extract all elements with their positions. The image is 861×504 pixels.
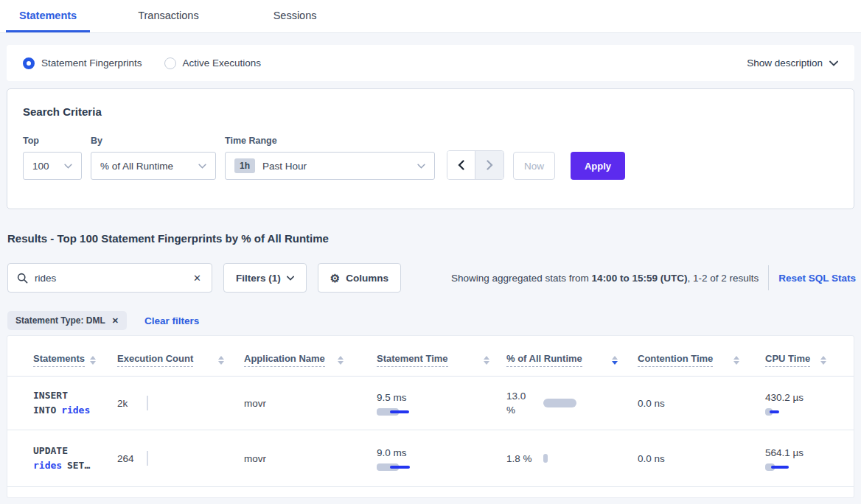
show-description-label: Show description xyxy=(747,57,823,69)
results-toolbar: ✕ Filters (1) ⚙ Columns Showing aggregat… xyxy=(7,263,856,293)
column-header-execution-count[interactable]: Execution Count xyxy=(111,353,237,367)
pct-runtime-bar xyxy=(543,399,576,407)
sort-icon-active[interactable] xyxy=(612,356,618,365)
chevron-down-icon xyxy=(829,60,838,66)
execution-count-cell: 264 xyxy=(111,451,237,466)
radio-label: Active Executions xyxy=(183,57,262,69)
time-pager xyxy=(447,150,504,180)
chevron-down-icon xyxy=(198,164,206,169)
cpu-time-cell: 564.1 µs xyxy=(759,446,829,471)
by-label: By xyxy=(91,136,216,146)
by-value: % of All Runtime xyxy=(100,161,173,172)
sql-activity-page: Statements Transactions Sessions Stateme… xyxy=(0,0,861,504)
chevron-down-icon xyxy=(287,276,294,281)
top-select[interactable]: 100 xyxy=(23,152,82,180)
radio-selected-icon xyxy=(23,57,35,69)
toolbar-right: Showing aggregated stats from 14:00 to 1… xyxy=(451,265,856,290)
contention-time-cell: 0.0 ns xyxy=(631,453,759,464)
top-value: 100 xyxy=(32,161,49,172)
radio-statement-fingerprints[interactable]: Statement Fingerprints xyxy=(23,57,142,69)
show-description-toggle[interactable]: Show description xyxy=(747,57,838,69)
column-header-contention-time[interactable]: Contention Time xyxy=(631,353,759,367)
columns-button[interactable]: ⚙ Columns xyxy=(318,263,401,293)
column-header-statement-time[interactable]: Statement Time xyxy=(370,353,500,367)
clear-filters-link[interactable]: Clear filters xyxy=(144,315,199,326)
statement-time-cell: 9.0 ms xyxy=(370,446,500,471)
time-range-label: Time Range xyxy=(225,136,435,146)
contention-time-cell: 0.0 ns xyxy=(631,398,759,409)
sort-icon[interactable] xyxy=(820,356,826,365)
search-criteria-title: Search Criteria xyxy=(23,105,838,118)
aggregated-stats-text: Showing aggregated stats from 14:00 to 1… xyxy=(451,273,759,284)
previous-interval-button[interactable] xyxy=(447,151,475,179)
column-header-pct-of-all-runtime[interactable]: % of All Runtime xyxy=(500,353,631,367)
filters-button-label: Filters (1) xyxy=(236,273,281,284)
filter-pill-statement-type[interactable]: Statement Type: DML ✕ xyxy=(7,311,127,330)
search-icon xyxy=(17,273,28,284)
now-button[interactable]: Now xyxy=(513,152,555,180)
statement-link[interactable]: rides xyxy=(33,460,62,471)
sort-icon[interactable] xyxy=(484,356,489,365)
pct-runtime-cell: 13.0 % xyxy=(500,389,631,417)
tab-transactions[interactable]: Transactions xyxy=(125,0,212,32)
radio-active-executions[interactable]: Active Executions xyxy=(164,57,262,69)
column-header-application-name[interactable]: Application Name xyxy=(237,353,370,367)
by-select[interactable]: % of All Runtime xyxy=(91,152,216,180)
time-range-select[interactable]: 1h Past Hour xyxy=(225,152,435,180)
cpu-time-bar xyxy=(765,463,802,471)
table-row: UPDATE rides SET… 264 movr 9.0 ms 1.8 % xyxy=(7,430,854,487)
columns-button-label: Columns xyxy=(346,273,388,284)
execution-count-bar xyxy=(147,451,148,466)
statement-link[interactable]: rides xyxy=(61,405,90,416)
by-field: By % of All Runtime xyxy=(82,136,216,180)
statement-cell: UPDATE rides SET… xyxy=(7,444,111,473)
search-box: ✕ xyxy=(7,263,212,293)
cpu-time-cell: 430.2 µs xyxy=(759,391,829,416)
remove-filter-icon[interactable]: ✕ xyxy=(112,316,119,326)
radio-unselected-icon xyxy=(164,57,176,69)
tab-sessions[interactable]: Sessions xyxy=(260,0,330,32)
sort-icon[interactable] xyxy=(338,356,344,365)
reset-sql-stats-link[interactable]: Reset SQL Stats xyxy=(778,273,856,284)
execution-count-cell: 2k xyxy=(111,396,237,410)
application-name-cell: movr xyxy=(237,398,370,409)
time-range-badge: 1h xyxy=(234,158,255,173)
table-header-row: Statements Execution Count Application N… xyxy=(7,336,854,377)
clear-search-icon[interactable]: ✕ xyxy=(192,273,203,284)
statement-time-bar xyxy=(377,408,421,416)
results-heading: Results - Top 100 Statement Fingerprints… xyxy=(7,232,329,245)
sort-icon[interactable] xyxy=(90,356,96,365)
statements-table: Statements Execution Count Application N… xyxy=(7,335,854,498)
divider xyxy=(768,265,769,290)
table-row: INSERT INTO rides 2k movr 9.5 ms 13.0 % xyxy=(7,377,854,430)
filters-button[interactable]: Filters (1) xyxy=(223,263,307,293)
column-header-statements[interactable]: Statements xyxy=(7,353,111,367)
statement-cell: INSERT INTO rides xyxy=(7,388,111,418)
application-name-cell: movr xyxy=(237,453,370,464)
next-interval-button[interactable] xyxy=(475,151,503,179)
radio-label: Statement Fingerprints xyxy=(41,57,142,69)
top-field: Top 100 xyxy=(23,136,82,180)
apply-button[interactable]: Apply xyxy=(571,152,625,180)
tab-bar: Statements Transactions Sessions xyxy=(0,0,861,33)
sort-icon[interactable] xyxy=(733,356,739,365)
search-input[interactable] xyxy=(35,273,192,284)
pct-runtime-cell: 1.8 % xyxy=(500,452,631,466)
pct-runtime-bar xyxy=(543,454,548,463)
applied-filters-row: Statement Type: DML ✕ Clear filters xyxy=(7,311,199,330)
tab-statements[interactable]: Statements xyxy=(6,0,90,32)
top-label: Top xyxy=(23,136,82,146)
search-criteria-panel: Search Criteria Top 100 By % of All Runt… xyxy=(7,88,854,209)
time-range-value: Past Hour xyxy=(262,161,307,172)
chevron-down-icon xyxy=(64,164,72,169)
chevron-down-icon xyxy=(417,164,425,169)
filter-pill-label: Statement Type: DML xyxy=(15,315,105,326)
statement-time-bar xyxy=(377,463,421,471)
cpu-time-bar xyxy=(765,408,802,416)
view-mode-card: Statement Fingerprints Active Executions… xyxy=(7,45,854,81)
statement-time-cell: 9.5 ms xyxy=(370,391,500,416)
execution-count-bar xyxy=(147,396,148,410)
column-header-cpu-time[interactable]: CPU Time xyxy=(759,353,829,367)
time-range-field: Time Range 1h Past Hour xyxy=(216,136,435,180)
sort-icon[interactable] xyxy=(218,356,224,365)
